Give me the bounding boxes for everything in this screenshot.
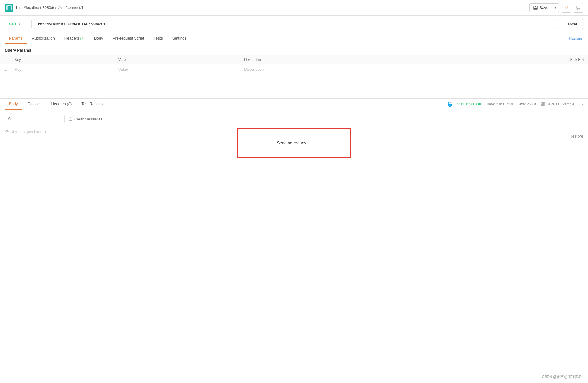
response-tabs: Body Cookies Headers (8) Test Results 🌐 …: [0, 99, 588, 110]
response-body: Clear Messages 3 messages hidden Sending…: [0, 110, 588, 140]
sending-request-overlay: Sending request...: [237, 128, 351, 158]
tab-prerequest[interactable]: Pre-request Script: [109, 33, 148, 44]
search-input[interactable]: [5, 115, 65, 123]
save-example-button[interactable]: Save as Example: [541, 102, 574, 106]
app-icon: [5, 4, 13, 12]
save-button[interactable]: Save ▾: [530, 3, 559, 12]
col-description: Description ··· Bulk Edit: [241, 55, 588, 64]
bulk-edit-btn[interactable]: Bulk Edit: [570, 58, 584, 62]
top-bar-actions: Save ▾: [530, 3, 583, 13]
tab-url: http://localhost:8080/test/sse/connect/1: [16, 5, 84, 10]
params-table: Key Value Description ··· Bulk Edit Key …: [0, 55, 588, 74]
tab-headers[interactable]: Headers (7): [60, 33, 89, 44]
url-input[interactable]: [34, 19, 556, 29]
col-checkbox: [0, 55, 11, 64]
save-example-icon: [541, 102, 545, 106]
svg-rect-5: [534, 8, 537, 9]
svg-rect-0: [7, 5, 11, 10]
save-main[interactable]: Save: [530, 4, 552, 12]
top-bar: http://localhost:8080/test/sse/connect/1…: [0, 0, 588, 16]
row-key[interactable]: Key: [11, 64, 115, 74]
response-tab-body[interactable]: Body: [5, 99, 22, 110]
edit-icon: [564, 6, 568, 10]
tab-params[interactable]: Params: [5, 33, 27, 44]
row-checkbox[interactable]: [0, 64, 11, 74]
response-toolbar: Clear Messages: [5, 115, 583, 123]
save-label: Save: [539, 5, 548, 10]
save-icon: [533, 6, 538, 10]
svg-rect-10: [69, 118, 72, 120]
row-description[interactable]: Description: [241, 64, 588, 74]
globe-icon: 🌐: [447, 102, 452, 107]
url-bar: GET ▾ Cancel: [0, 16, 588, 33]
edit-icon-button[interactable]: [562, 3, 571, 13]
tab-authorization[interactable]: Authorization: [28, 33, 59, 44]
clear-icon: [68, 117, 73, 121]
clear-messages-button[interactable]: Clear Messages: [68, 117, 103, 121]
response-tab-headers[interactable]: Headers (8): [47, 99, 76, 110]
save-arrow[interactable]: ▾: [552, 4, 559, 11]
svg-rect-9: [542, 104, 544, 106]
response-size: Size: 265 B: [518, 102, 536, 106]
cancel-button[interactable]: Cancel: [559, 19, 583, 29]
response-time: Time: 2 m 0.72 s: [486, 102, 513, 106]
status-badge: Status: 200 OK: [457, 102, 482, 106]
cookies-link[interactable]: Cookies: [569, 33, 583, 44]
watermark: CSDN @谁不想飞翔青希: [542, 374, 582, 379]
tab-settings[interactable]: Settings: [168, 33, 191, 44]
svg-rect-8: [542, 102, 544, 104]
row-value[interactable]: Value: [115, 64, 241, 74]
response-tab-cookies[interactable]: Cookies: [23, 99, 46, 110]
more-options-btn[interactable]: ···: [579, 102, 583, 107]
request-tabs: Params Authorization Headers (7) Body Pr…: [0, 33, 588, 44]
eye-slash-icon: [5, 129, 10, 134]
comment-icon: [576, 6, 580, 10]
response-tab-test-results[interactable]: Test Results: [77, 99, 107, 110]
method-label: GET: [9, 22, 17, 26]
bulk-edit-area: ··· Bulk Edit: [563, 58, 584, 62]
restore-button[interactable]: Restore: [569, 134, 583, 138]
tab-tests[interactable]: Tests: [150, 33, 167, 44]
response-status-area: 🌐 Status: 200 OK Time: 2 m 0.72 s Size: …: [447, 102, 583, 107]
more-options-icon[interactable]: ···: [563, 58, 568, 62]
col-key: Key: [11, 55, 115, 64]
comment-icon-button[interactable]: [574, 3, 583, 13]
svg-rect-4: [535, 6, 536, 7]
method-select[interactable]: GET ▾: [5, 19, 32, 29]
col-value: Value: [115, 55, 241, 64]
tab-body[interactable]: Body: [90, 33, 107, 44]
table-row: Key Value Description: [0, 64, 588, 74]
query-params-label: Query Params: [0, 44, 588, 55]
method-arrow: ▾: [19, 22, 20, 26]
svg-rect-6: [577, 6, 580, 9]
